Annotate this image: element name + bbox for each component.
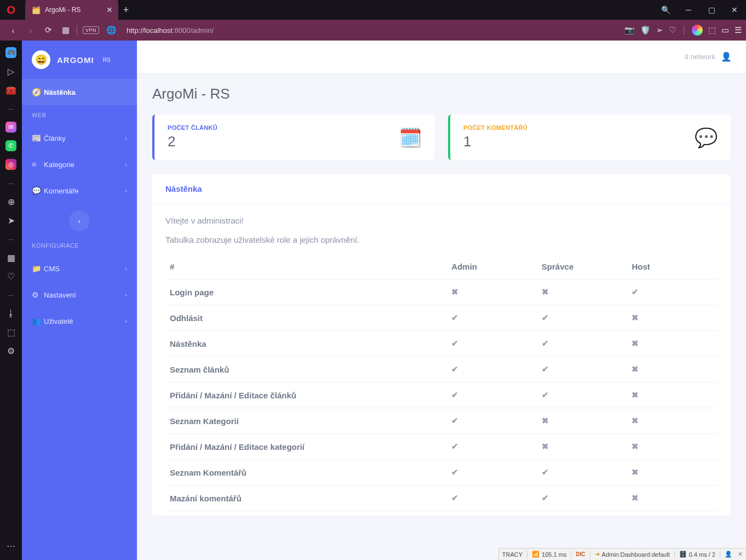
rail-separator: —	[0, 230, 22, 248]
nav-forward-button[interactable]: ›	[22, 26, 39, 35]
easy-setup-icon[interactable]: ☰	[734, 25, 742, 35]
check-icon: ✔	[542, 364, 549, 374]
x-icon: ✖	[632, 313, 639, 322]
nav-reload-button[interactable]: ⟳	[39, 25, 57, 35]
rail-player-icon[interactable]: ⊕	[0, 193, 22, 210]
card-comment-count: POČET KOMENTÁŘŮ 1 💬	[448, 115, 731, 160]
x-icon: ✖	[632, 339, 639, 348]
sidebar-item-categories[interactable]: ≡ Kategorie ›	[22, 151, 137, 178]
check-icon: ✔	[451, 467, 458, 477]
brand-logo-icon: 😄	[32, 50, 50, 69]
send-icon[interactable]: ➢	[656, 25, 663, 35]
perm-name: Přidání / Mazání / Editace článků	[165, 382, 447, 408]
rail-download-icon[interactable]: ⭳	[0, 305, 22, 322]
check-icon: ✔	[542, 467, 549, 477]
tracy-logo[interactable]: TRACY	[502, 551, 523, 558]
rail-cube-icon[interactable]: ⬚	[0, 323, 22, 341]
window-minimize-button[interactable]: ─	[677, 0, 700, 20]
window-maximize-button[interactable]: ▢	[700, 0, 723, 20]
brand-sup: RS	[103, 57, 111, 63]
profile-avatar-icon[interactable]	[692, 25, 703, 36]
app-main: it network 👤 ArgoMi - RS POČET ČLÁNKŮ 2 …	[137, 41, 746, 560]
toolbar-right: 📷 🛡️ ➢ ♡ ⬚ ▭ ☰	[624, 25, 742, 36]
rail-grid-icon[interactable]: ▦	[0, 249, 22, 266]
tab-close-icon[interactable]: ✕	[106, 5, 113, 14]
check-icon: ✔	[451, 390, 458, 399]
tracy-dic[interactable]: DIC	[576, 551, 585, 557]
tracy-debug-bar[interactable]: TRACY 📶105.1 ms DIC ➜Admin:Dashboard:def…	[498, 548, 746, 560]
heart-icon[interactable]: ♡	[669, 25, 676, 35]
tracy-close-icon[interactable]: ✕	[738, 551, 743, 558]
speed-dial-icon[interactable]: ▦	[57, 25, 74, 35]
opera-logo-icon[interactable]: O	[0, 4, 22, 16]
card-value: 1	[463, 133, 527, 150]
tracy-time[interactable]: 📶105.1 ms	[532, 551, 566, 558]
cube-icon[interactable]: ⬚	[708, 25, 716, 35]
check-icon: ✔	[451, 493, 458, 502]
address-bar[interactable]: http://localhost:8000/admin/	[127, 26, 214, 35]
dashboard-icon: 🧭	[32, 88, 44, 96]
rail-messenger-icon[interactable]: ✉	[0, 118, 22, 136]
rail-briefcase-icon[interactable]: 🧰	[0, 81, 22, 99]
tab-favicon-icon: 🗂️	[32, 6, 41, 14]
sidebar-item-articles[interactable]: 📰 Články ›	[22, 125, 137, 151]
url-host: http://localhost	[127, 26, 173, 35]
shield-icon[interactable]: 🛡️	[640, 25, 651, 35]
sidebar-item-comments[interactable]: 💬 Komentáře ›	[22, 178, 137, 204]
globe-icon[interactable]: 🌐	[102, 25, 120, 35]
sidebar-item-label: CMS	[44, 265, 60, 273]
perm-host: ✖	[627, 382, 718, 408]
search-icon[interactable]: 🔍	[654, 0, 677, 20]
tracy-route[interactable]: ➜Admin:Dashboard:default	[595, 551, 670, 558]
calendar-icon: 🗓️	[399, 127, 422, 148]
battery-icon[interactable]: ▭	[721, 25, 729, 35]
tracy-user[interactable]: 👤	[725, 551, 732, 558]
browser-tab-active[interactable]: 🗂️ ArgoMi - RS ✕	[25, 0, 118, 20]
perm-spravce: ✖	[537, 434, 628, 460]
window-close-button[interactable]: ✕	[723, 0, 746, 20]
brand[interactable]: 😄 ARGOMI RS	[22, 41, 137, 79]
folder-icon: 📁	[32, 264, 44, 273]
perm-spravce: ✔	[537, 382, 628, 408]
perm-host: ✖	[627, 485, 718, 511]
rail-more-icon[interactable]: ⋯	[0, 537, 22, 555]
rail-send-icon[interactable]: ➤	[0, 212, 22, 229]
user-icon[interactable]: 👤	[721, 52, 732, 62]
check-icon: ✔	[542, 493, 549, 502]
check-icon: ✔	[451, 339, 458, 348]
rail-whatsapp-icon[interactable]: ✆	[0, 137, 22, 155]
sidebar-section-config: KONFIGURACE	[22, 236, 137, 255]
perm-admin: ✔	[447, 460, 537, 485]
perm-admin: ✔	[447, 434, 537, 460]
users-icon: 👥	[32, 317, 44, 325]
bars-icon: 📶	[532, 551, 540, 558]
sidebar-item-dashboard[interactable]: 🧭 Nástěnka	[22, 79, 137, 105]
x-icon: ✖	[542, 442, 549, 451]
new-tab-button[interactable]: +	[118, 4, 134, 16]
perm-spravce: ✔	[537, 357, 628, 382]
perm-name: Seznam článků	[165, 357, 447, 382]
rail-heart-icon[interactable]: ♡	[0, 267, 22, 285]
rail-play-icon[interactable]: ▷	[0, 62, 22, 80]
table-row: Nástěnka✔✔✖	[165, 331, 718, 357]
tracy-db[interactable]: 🗄️0.4 ms / 2	[679, 551, 715, 558]
topbar-user-label[interactable]: it network	[685, 53, 715, 61]
perm-host: ✖	[627, 331, 718, 357]
window-controls: 🔍 ─ ▢ ✕	[654, 0, 746, 20]
sidebar-item-cms[interactable]: 📁 CMS ›	[22, 255, 137, 282]
x-icon: ✖	[632, 390, 639, 399]
tab-title: ArgoMi - RS	[45, 6, 81, 14]
rail-gamepad-icon[interactable]: 🎮	[0, 44, 22, 61]
sidebar-collapse-button[interactable]: ‹	[69, 210, 90, 231]
rail-gear-icon[interactable]: ⚙	[0, 342, 22, 359]
vpn-badge[interactable]: VPN	[83, 26, 99, 34]
newspaper-icon: 📰	[32, 134, 44, 142]
gear-icon: ⚙	[32, 290, 44, 299]
route-icon: ➜	[595, 551, 600, 558]
sidebar-item-settings[interactable]: ⚙ Nastavení ›	[22, 282, 137, 308]
card-article-count: POČET ČLÁNKŮ 2 🗓️	[152, 115, 435, 160]
sidebar-item-users[interactable]: 👥 Uživatelé ›	[22, 308, 137, 334]
nav-back-button[interactable]: ‹	[4, 26, 22, 35]
rail-instagram-icon[interactable]: ◎	[0, 156, 22, 173]
snapshot-icon[interactable]: 📷	[624, 25, 635, 35]
